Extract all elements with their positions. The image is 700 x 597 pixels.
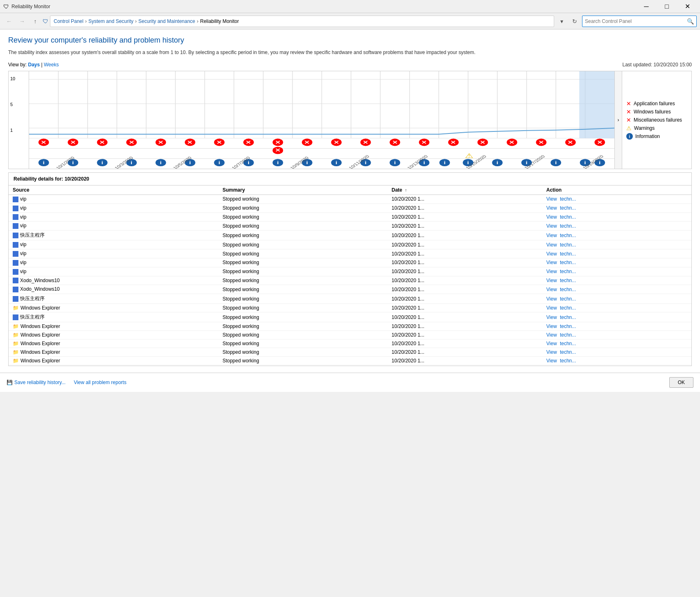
forward-button[interactable]: → [16,16,28,27]
dropdown-arrow-button[interactable]: ▾ [556,16,567,27]
view-link[interactable]: View [546,196,557,202]
view-link[interactable]: View [546,323,557,329]
maximize-button[interactable]: □ [657,0,676,13]
table-row[interactable]: vip Stopped working 10/20/2020 1... View… [9,258,691,267]
svg-text:i: i [555,160,557,165]
view-link[interactable]: View [546,287,557,292]
view-link[interactable]: View [546,223,557,229]
view-link[interactable]: View [546,278,557,283]
cell-action: View techn... [542,249,691,258]
svg-text:✕: ✕ [70,140,76,145]
view-link[interactable]: View [546,332,557,338]
bottom-links: 💾 Save reliability history... View all p… [7,380,127,385]
cell-summary: Stopped working [218,304,387,312]
breadcrumb-item-3[interactable]: Security and Maintenance [138,18,195,24]
bottom-bar: 💾 Save reliability history... View all p… [0,373,700,392]
view-problem-reports-link[interactable]: View all problem reports [74,380,127,385]
view-weeks-link[interactable]: Weeks [44,62,59,68]
table-row[interactable]: vip Stopped working 10/20/2020 1... View… [9,267,691,276]
table-row[interactable]: 📁Windows Explorer Stopped working 10/20/… [9,339,691,348]
table-row[interactable]: Xodo_Windows10 Stopped working 10/20/202… [9,285,691,294]
table-row[interactable]: vip Stopped working 10/20/2020 1... View… [9,249,691,258]
view-link[interactable]: View [546,269,557,274]
cell-source: vip [9,267,218,276]
legend-item-app-failures: ✕ Application failures [626,100,687,107]
tech-link[interactable]: techn... [560,296,576,302]
details-table-body: vip Stopped working 10/20/2020 1... View… [9,195,691,366]
cell-action: View techn... [542,339,691,348]
view-link[interactable]: View [546,305,557,311]
tech-link[interactable]: techn... [560,223,576,229]
view-link[interactable]: View [546,358,557,364]
tech-link[interactable]: techn... [560,332,576,338]
view-link[interactable]: View [546,205,557,211]
table-row[interactable]: 📁Windows Explorer Stopped working 10/20/… [9,304,691,312]
view-link[interactable]: View [546,233,557,238]
chart-scroll-right-button[interactable]: › [614,71,622,169]
tech-link[interactable]: techn... [560,358,576,364]
view-link[interactable]: View [546,314,557,320]
tech-link[interactable]: techn... [560,251,576,257]
view-link[interactable]: View [546,349,557,355]
tech-link[interactable]: techn... [560,278,576,283]
table-row[interactable]: 快压主程序 Stopped working 10/20/2020 1... Vi… [9,312,691,322]
svg-text:i: i [444,160,445,165]
tech-link[interactable]: techn... [560,349,576,355]
table-row[interactable]: 📁Windows Explorer Stopped working 10/20/… [9,331,691,339]
details-table-scroll[interactable]: Source Summary Date ↑ Action vip Stopped… [9,185,691,366]
table-row[interactable]: vip Stopped working 10/20/2020 1... View… [9,240,691,249]
cell-summary: Stopped working [218,285,387,294]
table-row[interactable]: 📁Windows Explorer Stopped working 10/20/… [9,357,691,365]
view-link[interactable]: View [546,260,557,265]
save-reliability-link[interactable]: 💾 Save reliability history... [7,380,66,385]
tech-link[interactable]: techn... [560,341,576,346]
view-link[interactable]: View [546,214,557,220]
table-row[interactable]: Xodo_Windows10 Stopped working 10/20/202… [9,276,691,285]
table-row[interactable]: 📁Windows Explorer Stopped working 10/20/… [9,365,691,366]
tech-link[interactable]: techn... [560,214,576,220]
table-row[interactable]: vip Stopped working 10/20/2020 1... View… [9,204,691,213]
tech-link[interactable]: techn... [560,287,576,292]
table-row[interactable]: 📁Windows Explorer Stopped working 10/20/… [9,348,691,357]
tech-link[interactable]: techn... [560,242,576,248]
table-row[interactable]: 📁Windows Explorer Stopped working 10/20/… [9,322,691,331]
chart-main[interactable]: ✕ ✕ ✕ ✕ ✕ ✕ ✕ ✕ ✕ ✕ ✕ [29,71,614,169]
tech-link[interactable]: techn... [560,260,576,265]
ok-button[interactable]: OK [669,377,693,388]
breadcrumb-item-2[interactable]: System and Security [88,18,134,24]
view-link[interactable]: View [546,251,557,257]
chart-y-axis: 10 5 1 [9,71,29,169]
back-button[interactable]: ← [3,16,15,27]
view-link[interactable]: View [546,296,557,302]
table-row[interactable]: vip Stopped working 10/20/2020 1... View… [9,195,691,204]
col-source[interactable]: Source [9,185,218,195]
col-date[interactable]: Date ↑ [387,185,542,195]
minimize-button[interactable]: ─ [637,0,656,13]
tech-link[interactable]: techn... [560,323,576,329]
tech-link[interactable]: techn... [560,269,576,274]
table-row[interactable]: 快压主程序 Stopped working 10/20/2020 1... Vi… [9,231,691,240]
tech-link[interactable]: techn... [560,314,576,320]
app-icon [13,206,18,211]
view-link[interactable]: View [546,242,557,248]
table-row[interactable]: 快压主程序 Stopped working 10/20/2020 1... Vi… [9,294,691,304]
view-days-link[interactable]: Days [28,62,40,68]
chart-container: 10 5 1 [8,71,692,169]
table-row[interactable]: vip Stopped working 10/20/2020 1... View… [9,222,691,231]
tech-link[interactable]: techn... [560,233,576,238]
refresh-button[interactable]: ↻ [569,16,580,27]
svg-text:i: i [72,160,74,165]
cell-action: View techn... [542,304,691,312]
tech-link[interactable]: techn... [560,196,576,202]
cell-action: View techn... [542,240,691,249]
close-button[interactable]: ✕ [678,0,697,13]
tech-link[interactable]: techn... [560,205,576,211]
col-summary[interactable]: Summary [218,185,387,195]
tech-link[interactable]: techn... [560,305,576,311]
up-button[interactable]: ↑ [29,16,41,27]
view-link[interactable]: View [546,341,557,346]
breadcrumb-item-1[interactable]: Control Panel [54,18,84,24]
search-input[interactable] [585,18,687,24]
table-row[interactable]: vip Stopped working 10/20/2020 1... View… [9,213,691,222]
col-action[interactable]: Action [542,185,691,195]
